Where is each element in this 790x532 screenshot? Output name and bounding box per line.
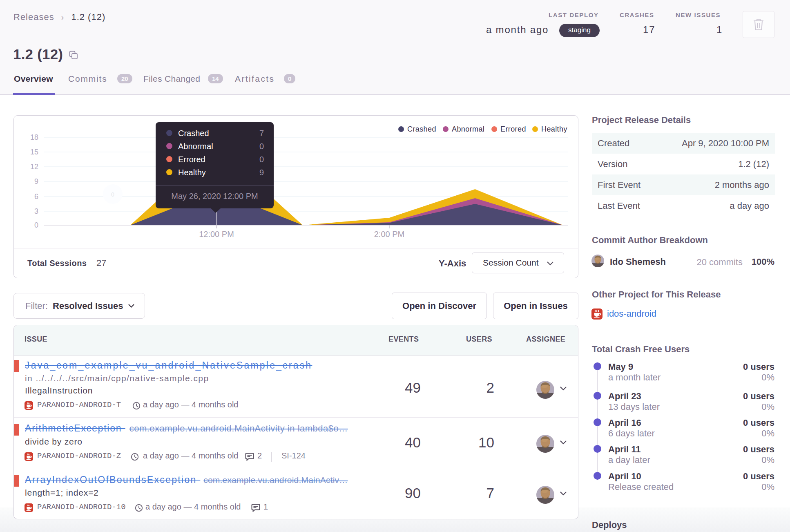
- svg-text:18: 18: [30, 133, 38, 141]
- svg-text:0: 0: [111, 191, 114, 198]
- svg-text:12: 12: [30, 163, 38, 171]
- svg-text:12:00 PM: 12:00 PM: [199, 230, 234, 239]
- svg-text:0: 0: [34, 221, 38, 229]
- svg-text:9: 9: [34, 177, 38, 186]
- svg-text:2:00 PM: 2:00 PM: [374, 230, 404, 239]
- svg-text:3: 3: [34, 207, 38, 215]
- svg-text:6: 6: [34, 192, 38, 201]
- svg-text:15: 15: [30, 148, 38, 156]
